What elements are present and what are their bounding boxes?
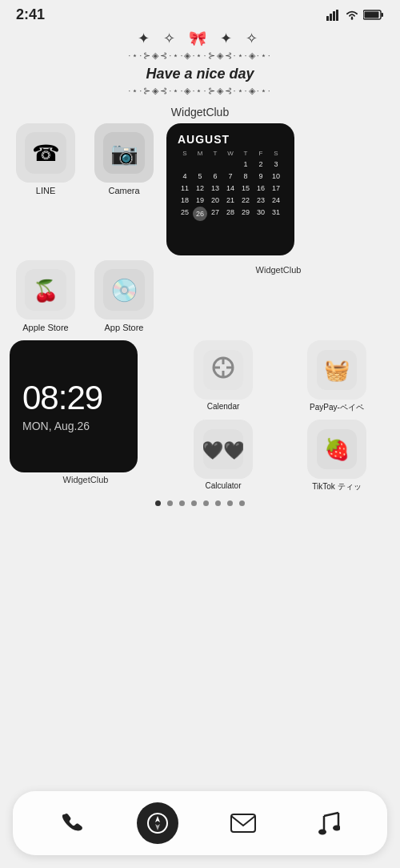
svg-text:🖤🖤: 🖤🖤 — [203, 440, 243, 461]
right-apps-grid: Calendar 🧺 PayPay-ペイペ 🖤🖤 — [170, 340, 390, 492]
tiktok-svg: 🍓 — [317, 429, 357, 469]
app-app-store-label: App Store — [105, 323, 144, 332]
dot-2 — [167, 500, 173, 506]
cal-30: 30 — [254, 207, 268, 221]
dock-phone[interactable] — [51, 802, 93, 844]
svg-point-35 — [318, 830, 326, 835]
mail-icon — [230, 814, 256, 833]
cal-22: 22 — [238, 195, 253, 206]
app-camera-label: Camera — [108, 186, 139, 195]
cal-21: 21 — [223, 195, 238, 206]
app-tiktok[interactable]: 🍓 TikTok ティッ — [283, 420, 390, 492]
svg-text:☎: ☎ — [32, 141, 60, 166]
bow-decoration: ✦ ✧ 🎀 ✦ ✧ — [0, 30, 400, 47]
dot-8 — [239, 500, 245, 506]
greeting-text: Have a nice day — [0, 66, 400, 82]
calendar-app-label: Calendar — [207, 402, 240, 411]
cal-1: 1 — [238, 159, 253, 170]
cal-6: 6 — [208, 171, 222, 182]
cal-empty-2 — [193, 159, 207, 170]
calendar-app-icon — [194, 340, 253, 400]
tiktok-label: TikTok ティッ — [312, 481, 361, 492]
battery-icon — [363, 10, 384, 20]
dock-music[interactable] — [308, 802, 350, 844]
dock — [13, 791, 387, 855]
cal-28: 28 — [223, 207, 238, 221]
page-dots — [0, 500, 400, 506]
telephone-svg: ☎ — [25, 132, 66, 174]
svg-rect-2 — [333, 11, 335, 21]
cal-3: 3 — [269, 159, 283, 170]
svg-rect-7 — [365, 12, 379, 18]
phone-icon — [60, 811, 84, 835]
cal-17: 17 — [269, 183, 283, 194]
cal-7: 7 — [223, 171, 238, 182]
app-line[interactable]: ☎ LINE — [10, 123, 82, 195]
dot-7 — [227, 500, 233, 506]
cal-h-t2: T — [238, 149, 253, 158]
app-apple-store[interactable]: 🍒 Apple Store — [10, 260, 82, 332]
paypay-label: PayPay-ペイペ — [310, 402, 364, 413]
cal-29: 29 — [238, 207, 253, 221]
wifi-icon — [345, 10, 359, 21]
dot-5 — [203, 500, 209, 506]
clock-widget-wrap: 08:29 MON, Aug.26 WidgetClub — [10, 340, 162, 492]
svg-point-36 — [333, 826, 340, 831]
paypay-svg: 🧺 — [317, 350, 357, 390]
cal-16: 16 — [254, 183, 268, 194]
compass-icon — [146, 812, 169, 834]
deco-header: ✦ ✧ 🎀 ✦ ✧ ·⋆·⊱◈⊰·⋆·◈·⋆·⊱◈⊰·⋆·◈·⋆· Have a… — [0, 26, 400, 101]
svg-rect-1 — [330, 14, 332, 21]
cal-empty-4 — [223, 159, 238, 170]
calendar-app-svg — [203, 350, 243, 390]
widgetclub-cal-label-wrap: WidgetClub — [166, 260, 390, 275]
widgetclub-label-top: WidgetClub — [0, 106, 400, 119]
clock-widget[interactable]: 08:29 MON, Aug.26 — [10, 340, 138, 472]
cal-13: 13 — [208, 183, 222, 194]
dot-6 — [215, 500, 221, 506]
status-time: 2:41 — [16, 6, 45, 23]
sparkle-line-1: ·⋆·⊱◈⊰·⋆·◈·⋆·⊱◈⊰·⋆·◈·⋆· — [0, 50, 400, 61]
app-calendar[interactable]: Calendar — [170, 340, 277, 413]
app-camera[interactable]: 📷 Camera — [88, 123, 160, 195]
calculator-svg: 🖤🖤 — [203, 429, 243, 469]
cal-15: 15 — [238, 183, 253, 194]
cal-25: 25 — [178, 207, 192, 221]
cal-empty-1 — [178, 159, 192, 170]
third-row: 08:29 MON, Aug.26 WidgetClub Calendar — [0, 340, 400, 492]
cal-h-s2: S — [269, 149, 283, 158]
cal-11: 11 — [178, 183, 192, 194]
dock-safari[interactable] — [137, 802, 178, 844]
svg-text:🍒: 🍒 — [33, 278, 59, 303]
app-app-store[interactable]: 💿 App Store — [88, 260, 160, 332]
app-apple-store-label: Apple Store — [22, 323, 68, 332]
apple-store-icon: 🍒 — [16, 260, 75, 319]
app-store-icon: 💿 — [94, 260, 154, 319]
paypay-icon: 🧺 — [307, 340, 366, 400]
calendar-widget[interactable]: AUGUST S M T W T F S 1 2 3 4 5 — [166, 123, 390, 255]
cal-14: 14 — [223, 183, 238, 194]
cal-26-today: 26 — [193, 207, 207, 221]
app-paypay[interactable]: 🧺 PayPay-ペイペ — [283, 340, 390, 413]
first-row: ☎ LINE 📷 Camera AUGUST S M T W T F — [0, 123, 400, 255]
widgetclub-cal-label: WidgetClub — [256, 265, 302, 275]
cal-18: 18 — [178, 195, 192, 206]
cal-20: 20 — [208, 195, 222, 206]
cal-12: 12 — [193, 183, 207, 194]
dot-3 — [179, 500, 185, 506]
clock-time: 08:29 — [22, 381, 102, 415]
cal-empty-3 — [208, 159, 222, 170]
dock-mail[interactable] — [222, 802, 264, 844]
cal-h-w: W — [223, 149, 238, 158]
cal-month: AUGUST — [178, 133, 283, 146]
cal-31: 31 — [269, 207, 283, 221]
svg-text:🧺: 🧺 — [324, 357, 350, 383]
calendar-widget-box: AUGUST S M T W T F S 1 2 3 4 5 — [166, 123, 294, 255]
status-icons — [326, 10, 384, 21]
app-calculator[interactable]: 🖤🖤 Calculator — [170, 420, 277, 492]
cal-19: 19 — [193, 195, 207, 206]
calculator-label: Calculator — [205, 481, 241, 490]
sparkle-line-2: ·⋆·⊱◈⊰·⋆·◈·⋆·⊱◈⊰·⋆·◈·⋆· — [0, 86, 400, 96]
cal-24: 24 — [269, 195, 283, 206]
camera-icon: 📷 — [94, 123, 154, 183]
